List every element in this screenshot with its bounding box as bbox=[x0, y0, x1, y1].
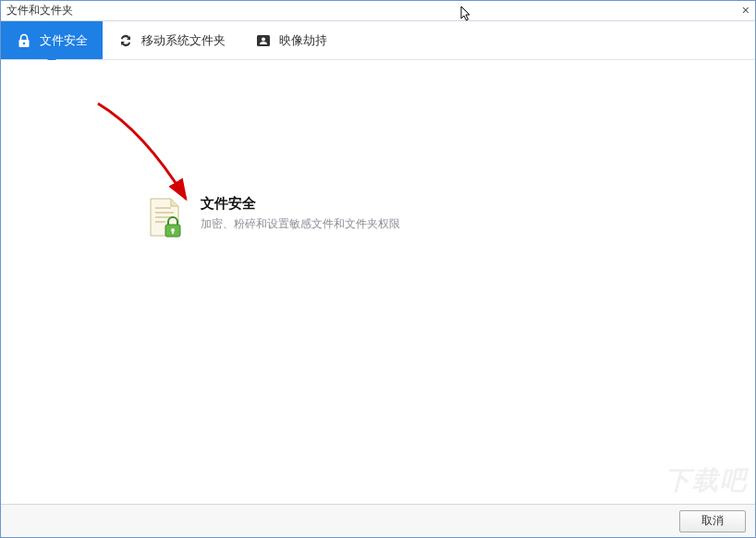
titlebar: 文件和文件夹 × bbox=[1, 1, 755, 21]
tab-move-system-folders[interactable]: 移动系统文件夹 bbox=[103, 21, 240, 59]
refresh-icon bbox=[117, 32, 134, 49]
watermark: 下载吧 bbox=[665, 463, 748, 498]
svg-point-1 bbox=[23, 42, 25, 43]
cancel-button[interactable]: 取消 bbox=[679, 510, 746, 532]
card-title: 文件安全 bbox=[201, 195, 400, 213]
person-card-icon bbox=[255, 32, 272, 49]
window-title: 文件和文件夹 bbox=[6, 3, 73, 18]
content-area: 文件安全 加密、粉碎和设置敏感文件和文件夹权限 下载吧 bbox=[1, 60, 755, 504]
card-text: 文件安全 加密、粉碎和设置敏感文件和文件夹权限 bbox=[201, 195, 400, 232]
tab-label: 移动系统文件夹 bbox=[141, 32, 226, 49]
document-lock-icon bbox=[143, 195, 188, 239]
svg-point-3 bbox=[262, 37, 265, 41]
tab-label: 映像劫持 bbox=[279, 32, 327, 49]
card-description: 加密、粉碎和设置敏感文件和文件夹权限 bbox=[201, 216, 400, 232]
tab-file-security[interactable]: 文件安全 bbox=[1, 21, 103, 59]
tabbar: 文件安全 移动系统文件夹 映像劫持 bbox=[1, 21, 755, 60]
window: 文件和文件夹 × 文件安全 移动系统文件夹 bbox=[0, 0, 756, 538]
tab-label: 文件安全 bbox=[40, 32, 88, 49]
close-button[interactable]: × bbox=[742, 4, 750, 17]
file-security-card[interactable]: 文件安全 加密、粉碎和设置敏感文件和文件夹权限 bbox=[140, 191, 404, 243]
footer: 取消 bbox=[1, 504, 755, 537]
lock-icon bbox=[16, 32, 32, 49]
svg-rect-10 bbox=[172, 230, 174, 234]
tab-image-hijack[interactable]: 映像劫持 bbox=[240, 21, 342, 59]
